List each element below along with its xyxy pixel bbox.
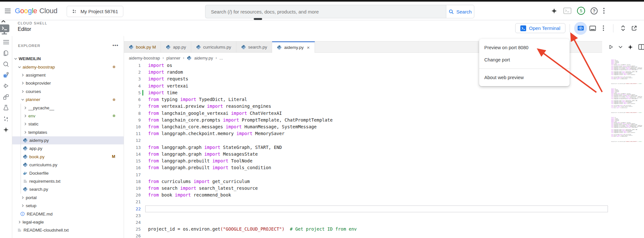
tab-book-py[interactable]: book.py M (124, 41, 161, 52)
line-number: 15 (124, 158, 141, 164)
collapse-panel-icon[interactable] (1, 20, 6, 23)
code-line-24[interactable]: 24 (124, 219, 644, 226)
breadcrumb-part[interactable]: aidemy.py (194, 56, 213, 60)
tree-item-label: portal (26, 195, 37, 200)
code-line-12[interactable]: 12 (124, 137, 644, 144)
code-line-17[interactable]: 17 (124, 171, 644, 178)
tree-item-bookprovider[interactable]: bookprovider (12, 79, 124, 87)
code-line-5[interactable]: 5import time (124, 89, 644, 96)
help-button[interactable]: ? (591, 7, 598, 14)
more-options-icon[interactable] (603, 8, 605, 14)
web-preview-button[interactable] (574, 22, 587, 35)
code-line-8[interactable]: 8from langchain_google_vertexai import C… (124, 110, 644, 117)
panel-drag-handle[interactable] (254, 18, 262, 20)
main-menu-icon[interactable] (5, 8, 11, 14)
tree-item-setup[interactable]: setup (12, 202, 124, 210)
code-line-26[interactable]: 26 (124, 233, 644, 238)
code-line-16[interactable]: 16from langgraph.prebuilt import tools_c… (124, 164, 644, 171)
tree-item-portal[interactable]: portal (12, 194, 124, 202)
tree-item-dockerfile[interactable]: Dockerfile (12, 169, 124, 177)
expand-panels-icon[interactable] (618, 23, 629, 34)
tree-item-app-py[interactable]: app.py (12, 144, 124, 152)
code-line-20[interactable]: 20from book import recommend_book (124, 192, 644, 198)
split-editor-button[interactable] (638, 44, 644, 50)
run-button[interactable] (608, 44, 614, 50)
menu-item-preview-on-port-8080[interactable]: Preview on port 8080 (479, 41, 570, 54)
tree-item-templates[interactable]: templates (12, 128, 124, 136)
minimap[interactable]: import osimport randomimport requestsimp… (611, 60, 642, 238)
tree-item-planner[interactable]: planner (12, 96, 124, 104)
explorer-panel: EXPLORER ••• WEIMEILINaidemy-boostrapass… (12, 36, 124, 238)
code-line-22[interactable]: 22 (124, 206, 644, 212)
tab-search-py[interactable]: search.py (236, 41, 272, 52)
tab-app-py[interactable]: app.py (161, 41, 191, 52)
code-editor[interactable]: 1import os2import random3import requests… (124, 62, 644, 238)
tree-item-weimeilin[interactable]: WEIMEILIN (12, 55, 124, 63)
tree-item-label: search.py (29, 187, 48, 192)
run-options-chevron-icon[interactable] (619, 46, 622, 48)
code-line-11[interactable]: 11from langgraph.checkpoint.memory impor… (124, 130, 644, 137)
tree-item-search-py[interactable]: search.py (12, 185, 124, 193)
search-icon[interactable] (2, 60, 10, 68)
sparkle-icon[interactable] (2, 126, 10, 133)
tree-item-aidemy-boostrap[interactable]: aidemy-boostrap (12, 63, 124, 71)
tree-item-curriculums-py[interactable]: curriculums.py (12, 161, 124, 169)
tab-curriculums-py[interactable]: curriculums.py (191, 41, 236, 52)
breadcrumb-part[interactable]: aidemy-boostrap (129, 56, 160, 60)
tree-item-label: assigment (26, 73, 46, 78)
cloud-shell-toggle-icon[interactable] (563, 7, 572, 14)
code-line-23[interactable]: 23 (124, 212, 644, 219)
gemini-sparkle-icon[interactable] (627, 44, 633, 50)
code-line-10[interactable]: 10from langchain_core.messages import Hu… (124, 124, 644, 130)
tree-item-readme-cloudshell-txt[interactable]: README-cloudshell.txt (12, 226, 124, 234)
gemini-code-assist-icon[interactable] (2, 115, 10, 123)
notifications-badge[interactable]: 5 (577, 7, 585, 15)
tree-item-courses[interactable]: courses (12, 87, 124, 96)
tree-item-assigment[interactable]: assigment (12, 71, 124, 79)
explorer-icon[interactable] (2, 49, 10, 57)
code-line-9[interactable]: 9from langchain_core.prompts import Prom… (124, 117, 644, 124)
code-line-6[interactable]: 6from typing import TypedDict, Literal (124, 96, 644, 103)
tree-item-aidemy-py[interactable]: aidemy.py (12, 136, 124, 144)
menu-item-change-port[interactable]: Change port (479, 54, 570, 66)
tree-item-readme-md[interactable]: README.md (12, 210, 124, 218)
code-line-13[interactable]: 13from langgraph.graph import StateGraph… (124, 144, 644, 151)
code-line-21[interactable]: 21 (124, 198, 644, 205)
code-line-25[interactable]: 25project_id = os.environ.get("GOOGLE_CL… (124, 226, 644, 233)
run-icon[interactable] (2, 82, 10, 90)
breadcrumb-part[interactable]: planner (166, 56, 180, 60)
tree-item--pycache-[interactable]: __pycache__ (12, 104, 124, 112)
search-button[interactable]: Search (446, 5, 474, 18)
tree-item-book-py[interactable]: book.pyM (12, 153, 124, 161)
toggle-bottom-panel-button[interactable] (587, 23, 598, 34)
python-file-icon (23, 187, 28, 192)
close-tab-icon[interactable]: × (307, 45, 310, 50)
code-line-15[interactable]: 15from langgraph.prebuilt import ToolNod… (124, 158, 644, 164)
open-terminal-button[interactable]: Open Terminal (515, 23, 565, 33)
code-line-14[interactable]: 14from langgraph.graph import MessagesSt… (124, 151, 644, 158)
code-line-19[interactable]: 19from search import search_latest_resou… (124, 185, 644, 192)
tree-item-label: courses (26, 89, 41, 94)
code-line-7[interactable]: 7from vertexai.preview import reasoning_… (124, 103, 644, 110)
layout-icon[interactable] (2, 93, 10, 101)
menu-icon[interactable] (2, 38, 10, 46)
source-control-history-icon[interactable] (2, 71, 10, 79)
beaker-icon[interactable] (2, 104, 10, 112)
tree-item-legal-eagle[interactable]: legal-eagle (12, 218, 124, 226)
web-preview-icon (577, 25, 584, 32)
search-input[interactable] (205, 5, 446, 18)
tree-item-requirements-txt[interactable]: requirements.txt (12, 177, 124, 185)
tree-item-static[interactable]: static (12, 120, 124, 128)
editor-more-options-icon[interactable] (598, 23, 609, 34)
open-in-new-icon[interactable] (629, 23, 639, 34)
breadcrumb-part[interactable]: ... (220, 56, 223, 60)
code-line-18[interactable]: 18from curriculums import get_curriculum (124, 178, 644, 185)
menu-item-about-web-preview[interactable]: About web preview (479, 71, 570, 84)
gemini-icon[interactable] (551, 7, 558, 14)
line-number: 2 (124, 69, 141, 76)
tab-aidemy-py[interactable]: aidemy.py× (272, 41, 315, 53)
project-selector[interactable]: My Project 58761 (67, 6, 123, 17)
tree-item-env[interactable]: env (12, 112, 124, 120)
explorer-more-actions-icon[interactable]: ••• (112, 44, 118, 47)
tree-item-label: README-cloudshell.txt (24, 228, 69, 233)
